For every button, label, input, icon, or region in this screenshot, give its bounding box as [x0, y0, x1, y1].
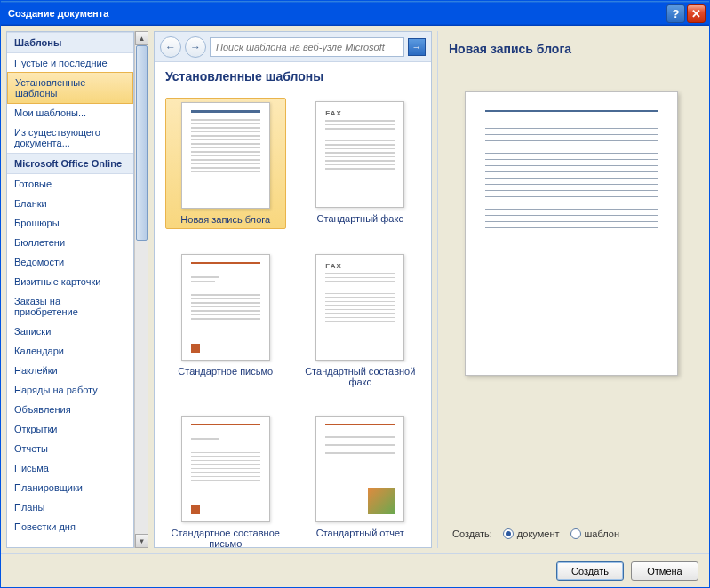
- sidebar-item[interactable]: Мои шаблоны...: [7, 103, 133, 123]
- sidebar-item[interactable]: Из существующего документа...: [7, 123, 133, 153]
- search-box: [210, 37, 404, 57]
- sidebar-item[interactable]: Ведомости: [7, 252, 133, 272]
- create-radio-row: Создать: документ шаблон: [447, 520, 695, 543]
- sidebar-item[interactable]: Наклейки: [7, 361, 133, 380]
- template-thumb: [315, 416, 404, 522]
- template-thumb: [181, 102, 270, 209]
- toolbar: ← → →: [155, 32, 431, 62]
- radio-icon: [570, 528, 581, 539]
- sidebar-item[interactable]: Заказы на приобретение: [7, 291, 133, 322]
- radio-icon: [503, 528, 514, 539]
- sidebar-item[interactable]: Планы: [7, 497, 133, 517]
- template-thumb: FAX: [315, 254, 404, 361]
- forward-button[interactable]: →: [185, 36, 206, 58]
- cancel-button[interactable]: Отмена: [631, 561, 698, 581]
- dialog-window: Создание документа ? ✕ ШаблоныПустые и п…: [0, 0, 710, 588]
- template-label: Стандартный факс: [317, 213, 403, 224]
- template-thumb: FAX: [315, 101, 404, 208]
- sidebar-item[interactable]: Готовые: [7, 174, 133, 194]
- scroll-down-icon[interactable]: ▼: [135, 534, 148, 548]
- sidebar-scrollbar[interactable]: ▲ ▼: [134, 31, 148, 548]
- template-thumb: [181, 254, 270, 361]
- sidebar-item[interactable]: Установленные шаблоны: [7, 72, 133, 104]
- template-label: Стандартный составной факс: [304, 366, 418, 387]
- gallery-heading: Установленные шаблоны: [155, 62, 431, 91]
- sidebar-item[interactable]: Письма: [7, 458, 133, 478]
- sidebar-item[interactable]: Планировщики: [7, 478, 133, 497]
- sidebar-item[interactable]: Бланки: [7, 194, 133, 213]
- sidebar-item[interactable]: Отчеты: [7, 439, 133, 458]
- sidebar-heading-templates: Шаблоны: [7, 32, 133, 53]
- close-button[interactable]: ✕: [687, 4, 706, 23]
- sidebar-item[interactable]: Визитные карточки: [7, 272, 133, 291]
- template-label: Стандартный отчет: [316, 528, 404, 538]
- template-report[interactable]: Стандартный отчет: [300, 412, 421, 547]
- template-thumb: [181, 416, 270, 522]
- help-button[interactable]: ?: [666, 4, 685, 23]
- sidebar-item[interactable]: Повестки дня: [7, 517, 133, 536]
- search-go-button[interactable]: →: [408, 38, 426, 56]
- template-letter[interactable]: Стандартное письмо: [165, 250, 286, 391]
- create-button[interactable]: Создать: [556, 561, 624, 581]
- sidebar-item[interactable]: Объявления: [7, 400, 133, 419]
- center-panel: ← → → Установленные шаблоны Новая запись…: [154, 31, 432, 548]
- scroll-thumb[interactable]: [136, 45, 148, 241]
- sidebar-heading-online: Microsoft Office Online: [7, 153, 133, 174]
- dialog-footer: Создать Отмена: [1, 553, 709, 587]
- sidebar-item[interactable]: Бюллетени: [7, 233, 133, 252]
- preview-panel: Новая запись блога Создать: документ ша: [437, 31, 704, 548]
- create-label: Создать:: [452, 528, 492, 539]
- template-label: Стандартное составное письмо: [169, 528, 283, 547]
- template-gallery: Новая запись блогаFAXСтандартный факсСта…: [155, 91, 431, 547]
- preview-document: [465, 91, 678, 376]
- preview-title: Новая запись блога: [447, 36, 695, 65]
- template-mergefax[interactable]: FAXСтандартный составной факс: [300, 250, 421, 391]
- radio-document[interactable]: документ: [503, 528, 560, 539]
- sidebar: ШаблоныПустые и последниеУстановленные ш…: [6, 31, 148, 548]
- sidebar-list[interactable]: ШаблоныПустые и последниеУстановленные ш…: [6, 31, 134, 548]
- titlebar: Создание документа ? ✕: [1, 1, 709, 26]
- template-mergeletter[interactable]: Стандартное составное письмо: [165, 412, 286, 547]
- search-input[interactable]: [211, 42, 403, 52]
- window-title: Создание документа: [4, 8, 665, 19]
- template-label: Стандартное письмо: [178, 366, 273, 377]
- sidebar-item[interactable]: Пустые и последние: [7, 53, 133, 73]
- sidebar-item[interactable]: Брошюры: [7, 213, 133, 233]
- sidebar-item[interactable]: Открытки: [7, 419, 133, 439]
- radio-template[interactable]: шаблон: [570, 528, 619, 539]
- scroll-up-icon[interactable]: ▲: [135, 31, 148, 45]
- sidebar-item[interactable]: Записки: [7, 322, 133, 341]
- sidebar-item[interactable]: Календари: [7, 341, 133, 361]
- dialog-body: ШаблоныПустые и последниеУстановленные ш…: [1, 26, 709, 553]
- template-label: Новая запись блога: [180, 214, 270, 225]
- template-fax[interactable]: FAXСтандартный факс: [300, 98, 421, 229]
- sidebar-item[interactable]: Наряды на работу: [7, 380, 133, 400]
- template-blog[interactable]: Новая запись блога: [165, 98, 286, 229]
- back-button[interactable]: ←: [160, 36, 181, 58]
